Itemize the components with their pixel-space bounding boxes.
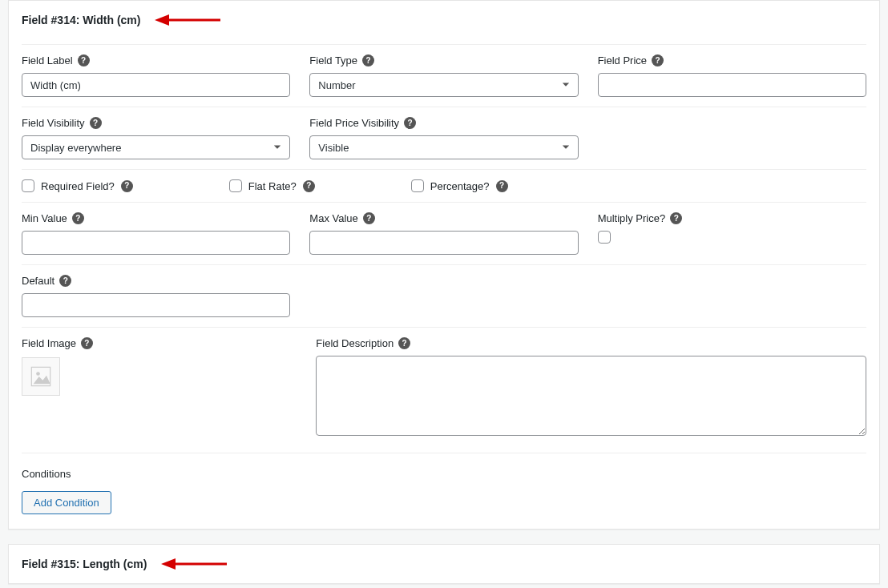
annotation-arrow-icon bbox=[155, 12, 220, 28]
help-icon[interactable]: ? bbox=[78, 54, 90, 66]
svg-marker-5 bbox=[161, 558, 176, 570]
percentage-label: Percentage? bbox=[430, 180, 490, 192]
flat-rate-checkbox[interactable] bbox=[229, 179, 242, 192]
required-field-checkbox[interactable] bbox=[22, 179, 34, 192]
svg-marker-1 bbox=[155, 14, 169, 26]
annotation-arrow-icon bbox=[161, 556, 227, 572]
max-value-label: Max Value bbox=[309, 212, 357, 224]
multiply-price-checkbox[interactable] bbox=[598, 231, 611, 244]
field-type-select[interactable]: Number bbox=[309, 73, 578, 97]
help-icon[interactable]: ? bbox=[670, 212, 682, 224]
field-panel-315: Field #315: Length (cm) bbox=[8, 544, 880, 584]
field-description-label: Field Description bbox=[316, 337, 394, 349]
flat-rate-label: Flat Rate? bbox=[248, 180, 297, 192]
field-label-label: Field Label bbox=[22, 54, 73, 66]
help-icon[interactable]: ? bbox=[59, 275, 71, 287]
help-icon[interactable]: ? bbox=[652, 54, 664, 66]
field-price-input[interactable] bbox=[598, 73, 866, 97]
default-label: Default bbox=[22, 275, 54, 287]
field-price-visibility-label: Field Price Visibility bbox=[309, 117, 399, 129]
help-icon[interactable]: ? bbox=[362, 54, 374, 66]
field-image-label: Field Image bbox=[22, 337, 76, 349]
help-icon[interactable]: ? bbox=[121, 180, 133, 192]
required-field-label: Required Field? bbox=[41, 180, 115, 192]
percentage-checkbox[interactable] bbox=[411, 179, 424, 192]
max-value-input[interactable] bbox=[309, 231, 578, 255]
image-icon bbox=[30, 365, 52, 388]
help-icon[interactable]: ? bbox=[90, 117, 102, 129]
min-value-input[interactable] bbox=[22, 231, 290, 255]
field-panel-314: Field #314: Width (cm) Field Label ? bbox=[8, 0, 880, 530]
help-icon[interactable]: ? bbox=[303, 180, 315, 192]
add-condition-button[interactable]: Add Condition bbox=[22, 491, 111, 514]
field-label-input[interactable] bbox=[22, 73, 290, 97]
help-icon[interactable]: ? bbox=[363, 212, 375, 224]
field-visibility-select[interactable]: Display everywhere bbox=[22, 135, 290, 159]
field-price-visibility-select[interactable]: Visible bbox=[309, 135, 578, 159]
field-image-placeholder[interactable] bbox=[22, 357, 60, 396]
help-icon[interactable]: ? bbox=[72, 212, 84, 224]
field-visibility-label: Field Visibility bbox=[22, 117, 85, 129]
default-input[interactable] bbox=[22, 293, 290, 317]
panel-body: Field Label ? Field Type ? Number bbox=[9, 44, 879, 529]
field-description-textarea[interactable] bbox=[316, 356, 866, 436]
panel-header[interactable]: Field #315: Length (cm) bbox=[9, 545, 879, 583]
min-value-label: Min Value bbox=[22, 212, 67, 224]
panel-title: Field #314: Width (cm) bbox=[22, 14, 140, 26]
multiply-price-label: Multiply Price? bbox=[598, 212, 666, 224]
field-type-label: Field Type bbox=[309, 54, 357, 66]
panel-header[interactable]: Field #314: Width (cm) bbox=[9, 1, 879, 39]
help-icon[interactable]: ? bbox=[398, 337, 410, 349]
help-icon[interactable]: ? bbox=[81, 337, 93, 349]
help-icon[interactable]: ? bbox=[404, 117, 416, 129]
conditions-label: Conditions bbox=[22, 468, 866, 480]
panel-title: Field #315: Length (cm) bbox=[22, 558, 147, 570]
field-price-label: Field Price bbox=[598, 54, 647, 66]
svg-point-3 bbox=[36, 372, 40, 376]
help-icon[interactable]: ? bbox=[496, 180, 508, 192]
